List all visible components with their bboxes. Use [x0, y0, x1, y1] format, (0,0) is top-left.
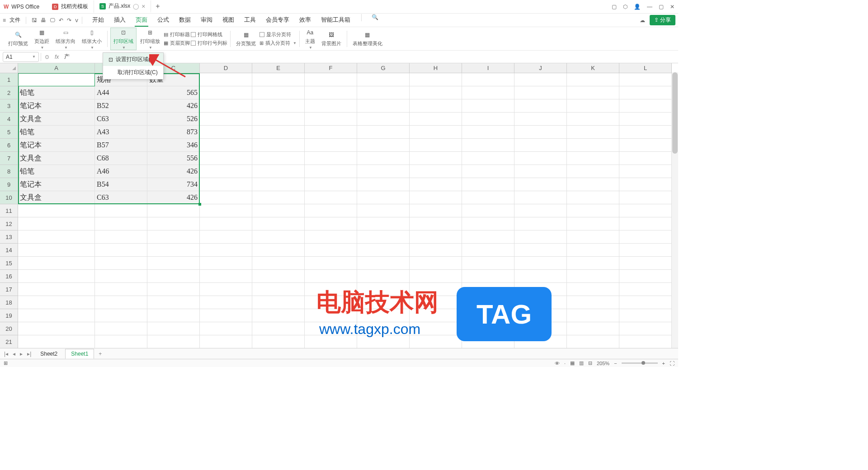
cell[interactable] [462, 270, 514, 283]
header-footer-button[interactable]: ▦页眉页脚 [164, 40, 190, 47]
cell-reference-input[interactable]: A1▼ [3, 52, 39, 62]
cell[interactable] [147, 244, 200, 257]
cell[interactable] [147, 335, 200, 348]
cell[interactable] [357, 152, 410, 165]
row-header[interactable]: 20 [0, 322, 18, 335]
cell[interactable] [200, 335, 252, 348]
bg-image-button[interactable]: 🖼 背景图片 [319, 30, 344, 47]
cell[interactable] [305, 73, 357, 86]
fullscreen-icon[interactable]: ⛶ [670, 361, 675, 366]
print-zoom-button[interactable]: ⊞ 打印缩放▼ [137, 28, 163, 50]
cell[interactable] [252, 309, 305, 322]
menu-tab-data[interactable]: 数据 [178, 14, 192, 27]
cell[interactable] [357, 257, 410, 270]
cell[interactable] [567, 113, 619, 126]
row-header[interactable]: 19 [0, 309, 18, 322]
cell[interactable] [18, 322, 95, 335]
cell[interactable] [357, 86, 410, 99]
cell[interactable] [567, 204, 619, 217]
cell[interactable] [462, 178, 514, 191]
status-icon[interactable]: ⊞ [4, 360, 8, 366]
set-print-area-item[interactable]: ⊡ 设置打印区域(S) [103, 53, 163, 66]
cell[interactable] [200, 230, 252, 244]
cell[interactable] [305, 217, 357, 230]
cell[interactable] [514, 191, 567, 204]
cell[interactable] [200, 178, 252, 191]
cell[interactable] [619, 244, 672, 257]
row-header[interactable]: 14 [0, 244, 18, 257]
cell[interactable] [252, 113, 305, 126]
doc-tab-product[interactable]: S 产品.xlsx ◯ × [94, 0, 151, 13]
menu-tab-member[interactable]: 会员专享 [265, 14, 290, 27]
cell[interactable] [410, 270, 462, 283]
cell[interactable] [200, 113, 252, 126]
format-table-button[interactable]: ▦ 表格整理美化 [350, 30, 385, 47]
cell[interactable] [619, 126, 672, 139]
cell[interactable] [619, 204, 672, 217]
cell[interactable] [567, 139, 619, 152]
zoom-in-icon[interactable]: + [662, 361, 665, 366]
cell[interactable] [619, 139, 672, 152]
cell[interactable] [410, 204, 462, 217]
cell[interactable] [567, 309, 619, 322]
print-rowcol-checkbox[interactable]: 打印行号列标 [191, 40, 227, 47]
cell[interactable] [410, 257, 462, 270]
view-page-icon[interactable]: ▥ [579, 360, 584, 366]
cell[interactable] [200, 152, 252, 165]
cell[interactable] [567, 230, 619, 244]
cell[interactable] [462, 152, 514, 165]
cell[interactable] [200, 99, 252, 113]
view-normal-icon[interactable]: ▦ [570, 360, 575, 366]
col-header[interactable]: F [305, 63, 357, 73]
cell[interactable]: 铅笔 [18, 165, 95, 178]
menu-tab-formula[interactable]: 公式 [156, 14, 170, 27]
menu-tab-smart[interactable]: 智能工具箱 [320, 14, 351, 27]
cell[interactable] [252, 230, 305, 244]
cell[interactable] [252, 335, 305, 348]
cell[interactable] [200, 165, 252, 178]
cell[interactable] [200, 217, 252, 230]
preview-icon[interactable]: 🖵 [50, 17, 55, 24]
cell[interactable]: 526 [147, 113, 200, 126]
row-header[interactable]: 11 [0, 204, 18, 217]
cell[interactable] [619, 178, 672, 191]
row-header[interactable]: 12 [0, 217, 18, 230]
doc-tab-template[interactable]: D 找稻壳模板 [47, 0, 94, 13]
cell[interactable] [619, 191, 672, 204]
cell[interactable] [147, 230, 200, 244]
row-header[interactable]: 18 [0, 296, 18, 309]
cell[interactable] [514, 217, 567, 230]
cell[interactable] [514, 204, 567, 217]
maximize-icon[interactable]: ▢ [659, 4, 664, 10]
cell[interactable] [567, 152, 619, 165]
view-break-icon[interactable]: ⊟ [588, 360, 592, 366]
cell[interactable] [252, 178, 305, 191]
menu-tab-page[interactable]: 页面 [135, 14, 148, 27]
cell[interactable] [18, 296, 95, 309]
cell[interactable] [305, 230, 357, 244]
cell[interactable] [619, 152, 672, 165]
vertical-scrollbar[interactable] [672, 72, 678, 348]
cell[interactable] [147, 270, 200, 283]
cell[interactable] [514, 230, 567, 244]
cell[interactable] [514, 126, 567, 139]
search-icon[interactable]: 🔍 [372, 14, 378, 27]
col-header[interactable]: J [514, 63, 567, 73]
row-header[interactable]: 6 [0, 139, 18, 152]
cell[interactable] [95, 296, 147, 309]
cell[interactable] [95, 230, 147, 244]
cell[interactable] [619, 217, 672, 230]
cell[interactable] [357, 113, 410, 126]
cell[interactable] [200, 244, 252, 257]
cell[interactable]: B54 [95, 178, 147, 191]
cell[interactable] [462, 99, 514, 113]
cell[interactable] [514, 99, 567, 113]
cell[interactable]: 565 [147, 86, 200, 99]
cell[interactable]: 426 [147, 165, 200, 178]
cell[interactable] [357, 191, 410, 204]
goto-icon[interactable]: ⊙ [43, 54, 51, 60]
cell[interactable] [305, 204, 357, 217]
cell[interactable] [567, 126, 619, 139]
col-header[interactable]: L [619, 63, 672, 73]
cell[interactable]: 笔记本 [18, 99, 95, 113]
